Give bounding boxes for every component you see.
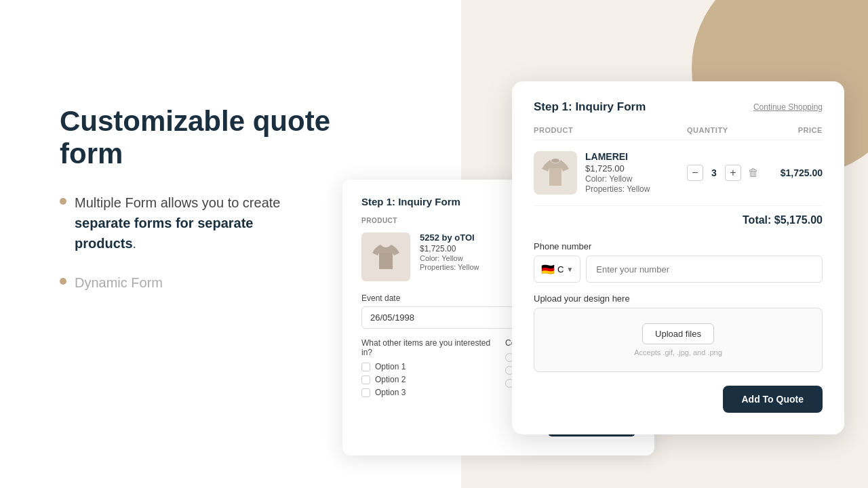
country-code-select[interactable]: 🇩🇪 C ▼ [534,256,580,283]
product-properties-front: Properties: Yellow [585,184,650,194]
table-row: LAMEREI $1,725.00 Color: Yellow Properti… [534,140,823,206]
table-header: PRODUCT QUANTITY PRICE [534,126,823,140]
phone-label: Phone number [534,241,823,251]
checkbox-col-1: What other items are you interested in? … [361,338,492,401]
checkbox-box[interactable] [361,388,370,397]
upload-section: Upload your design here Upload files Acc… [534,293,823,372]
quantity-increase-button[interactable]: + [725,165,741,181]
col-header-product: PRODUCT [534,126,687,134]
checkbox-box[interactable] [361,363,370,371]
feature-list: Multiple Form allows you to create separ… [60,192,385,293]
checkbox-label: Option 2 [375,375,406,384]
upload-label: Upload your design here [534,293,823,304]
product-name-front: LAMEREI [585,151,650,162]
phone-section: Phone number 🇩🇪 C ▼ [534,241,823,283]
bullet-text-1: Multiple Form allows you to create separ… [75,192,319,253]
left-content-section: Customizable quote form Multiple Form al… [60,105,385,293]
delete-icon[interactable]: 🗑 [745,165,762,181]
quantity-control: − 3 + 🗑 [687,165,768,181]
product-thumbnail-front [534,151,577,195]
checkbox-label: Option 1 [375,362,406,371]
quantity-decrease-button[interactable]: − [687,165,703,181]
upload-files-button[interactable]: Upload files [642,323,714,344]
country-code-label: C [557,264,564,274]
product-thumbnail-back [361,232,410,281]
checkbox-option-1[interactable]: Option 1 [361,362,492,371]
col-header-price: PRICE [768,126,823,134]
item-price: $1,725.00 [768,167,823,178]
quantity-value: 3 [707,167,721,178]
bullet-dot [60,198,66,205]
checkbox-option-2[interactable]: Option 2 [361,375,492,384]
upload-box: Upload files Accepts .gif, .jpg, and .pn… [534,308,823,372]
checkbox-col-1-title: What other items are you interested in? [361,338,492,357]
form-card-front: Step 1: Inquiry Form Continue Shopping P… [512,81,844,434]
bullet-dot [60,278,66,285]
checkbox-label: Option 3 [375,388,406,397]
form-front-title: Step 1: Inquiry Form [534,100,646,114]
phone-input[interactable] [586,256,823,283]
svg-point-0 [551,159,559,163]
col-header-quantity: QUANTITY [687,126,768,134]
main-heading: Customizable quote form [60,105,385,171]
flag-icon: 🇩🇪 [541,263,555,276]
continue-shopping-link[interactable]: Continue Shopping [753,102,823,112]
date-value: 26/05/1998 [370,312,414,323]
add-to-quote-button-front[interactable]: Add To Quote [723,386,823,413]
phone-row: 🇩🇪 C ▼ [534,256,823,283]
form-header: Step 1: Inquiry Form Continue Shopping [534,100,823,114]
chevron-down-icon: ▼ [566,266,573,273]
product-price-front: $1,725.00 [585,163,650,174]
checkbox-option-3[interactable]: Option 3 [361,388,492,397]
total-row: Total: $5,175.00 [534,206,823,237]
product-details-front: LAMEREI $1,725.00 Color: Yellow Properti… [585,151,650,194]
upload-accepts-text: Accepts .gif, .jpg, and .png [545,348,811,357]
checkbox-box[interactable] [361,375,370,384]
product-info-front: LAMEREI $1,725.00 Color: Yellow Properti… [534,151,687,195]
total-value: Total: $5,175.00 [743,214,823,226]
list-item: Dynamic Form [60,272,385,293]
product-color-front: Color: Yellow [585,174,650,184]
list-item: Multiple Form allows you to create separ… [60,192,385,253]
bullet-text-2: Dynamic Form [75,272,163,293]
